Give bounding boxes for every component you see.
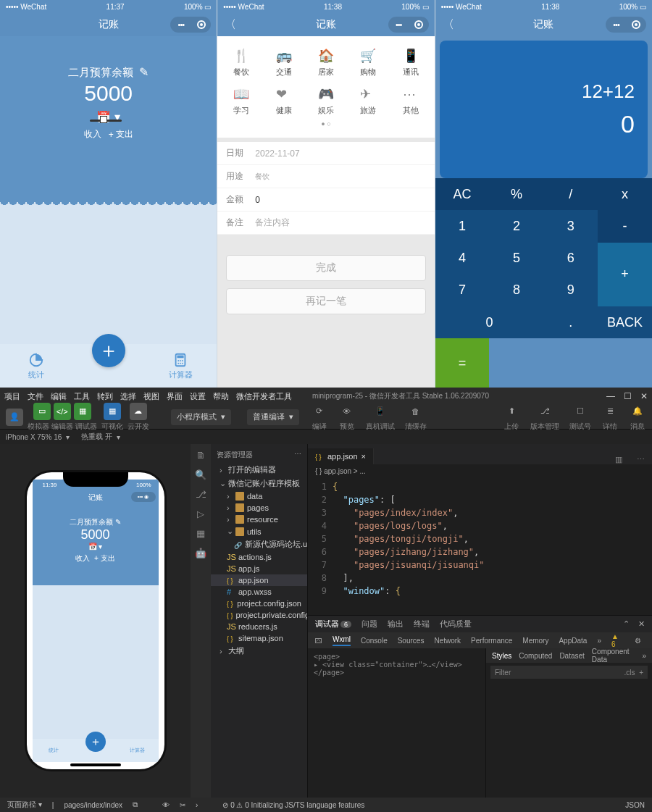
tree-app.wxss[interactable]: app.wxss: [211, 586, 307, 598]
right-详情[interactable]: ≣详情: [601, 403, 619, 432]
eye-icon[interactable]: 👁: [162, 801, 170, 809]
key-6[interactable]: 6: [543, 243, 598, 275]
compile-dropdown[interactable]: 普通编译▾: [247, 409, 299, 425]
close-window-icon[interactable]: ✕: [640, 391, 648, 401]
category-旅游[interactable]: ✈旅游: [347, 82, 389, 120]
dbg-tab-sources[interactable]: Sources: [398, 637, 425, 645]
simulator-button[interactable]: ▭: [33, 403, 51, 420]
action-预览[interactable]: 👁预览: [338, 403, 356, 432]
category-其他[interactable]: ⋯其他: [389, 82, 431, 120]
menu-选择[interactable]: 选择: [120, 392, 136, 401]
action-真机调试[interactable]: 📱真机调试: [366, 403, 395, 432]
tree-project.private.config.js...[interactable]: project.private.config.js...: [211, 609, 307, 621]
maximize-icon[interactable]: ☐: [624, 391, 632, 401]
menu-设置[interactable]: 设置: [190, 392, 206, 401]
visual-button[interactable]: ▦: [104, 403, 121, 420]
split-icon[interactable]: ▥: [608, 455, 630, 464]
right-测试号[interactable]: ☐测试号: [569, 403, 591, 432]
menu-界面[interactable]: 界面: [167, 392, 183, 401]
styles-tab[interactable]: Styles: [492, 652, 511, 660]
key-+[interactable]: +: [598, 243, 652, 307]
key-0[interactable]: 0: [435, 306, 544, 338]
section-open-editors[interactable]: ›打开的编辑器: [211, 463, 307, 477]
key-BACK[interactable]: BACK: [598, 306, 652, 338]
explorer-icon[interactable]: 🗎: [196, 450, 206, 461]
cloud-button[interactable]: ☁: [130, 403, 147, 420]
menu-帮助[interactable]: 帮助: [213, 392, 229, 401]
dbg-tab-appdata[interactable]: AppData: [559, 637, 587, 645]
key-5[interactable]: 5: [489, 243, 543, 275]
panel-tab-problems[interactable]: 问题: [361, 619, 377, 629]
tab-app-json[interactable]: app.json×: [308, 448, 374, 464]
run-icon[interactable]: ▷: [197, 508, 204, 519]
computed-tab[interactable]: Computed: [519, 652, 552, 660]
gear-icon[interactable]: ⚙: [635, 637, 641, 645]
amount-row[interactable]: 金额0: [217, 188, 434, 212]
inspect-icon[interactable]: ⮹: [315, 637, 322, 645]
close-icon[interactable]: [632, 20, 640, 29]
note-row[interactable]: 备注备注内容: [217, 212, 434, 235]
tab-stats[interactable]: 统计: [0, 352, 72, 380]
key-8[interactable]: 8: [489, 275, 543, 306]
right-版本管理[interactable]: ⎇版本管理: [530, 403, 559, 432]
copy-icon[interactable]: ⧉: [133, 800, 138, 809]
section-project[interactable]: ⌄微信记账小程序模板: [211, 477, 307, 490]
back-icon[interactable]: 〈: [225, 17, 236, 33]
category-通讯[interactable]: 📱通讯: [389, 43, 431, 82]
dbg-tab-performance[interactable]: Performance: [471, 637, 512, 645]
key-/[interactable]: /: [543, 178, 598, 210]
menu-微信开发者工具[interactable]: 微信开发者工具: [236, 392, 292, 401]
date-row[interactable]: 日期2022-11-07: [217, 142, 434, 165]
styles-filter[interactable]: Filter.cls +: [490, 666, 648, 679]
tab-calculator[interactable]: 计算器: [145, 352, 217, 380]
panel-close-icon[interactable]: ✕: [638, 619, 645, 629]
tree-sitemap.json[interactable]: sitemap.json: [211, 632, 307, 644]
action-清缓存[interactable]: 🗑清缓存: [405, 403, 427, 432]
category-居家[interactable]: 🏠居家: [305, 43, 347, 82]
tree-reducers.js[interactable]: JSreducers.js: [211, 621, 307, 632]
mode-dropdown[interactable]: 小程序模式▾: [171, 409, 231, 425]
robot-icon[interactable]: 🤖: [195, 548, 206, 558]
menu-工具[interactable]: 工具: [74, 392, 90, 401]
right-消息[interactable]: 🔔消息: [629, 403, 646, 432]
wxml-tree[interactable]: <page>▸ <view class="container">…</view>…: [308, 648, 485, 798]
income-expense-toggle[interactable]: 收入 +支出: [84, 128, 133, 141]
scm-icon[interactable]: ⎇: [196, 489, 206, 500]
menu-转到[interactable]: 转到: [97, 392, 113, 401]
action-编译[interactable]: ⟳编译: [311, 403, 328, 432]
code-area[interactable]: 123456789 { "pages": [ "pages/index/inde…: [308, 477, 652, 615]
menu-项目[interactable]: 项目: [4, 392, 20, 401]
dbg-tab-memory[interactable]: Memory: [522, 637, 548, 645]
back-icon[interactable]: 〈: [443, 17, 454, 33]
close-icon[interactable]: [197, 20, 206, 29]
dbg-tab-wxml[interactable]: Wxml: [333, 635, 351, 646]
key-9[interactable]: 9: [543, 275, 598, 306]
close-tab-icon[interactable]: ×: [361, 452, 366, 461]
tree-pages[interactable]: ›pages: [211, 502, 307, 514]
dbg-tab-more[interactable]: »: [597, 637, 601, 645]
avatar-button[interactable]: 👤: [6, 409, 23, 426]
debugger-button[interactable]: ▦: [74, 403, 91, 420]
key-%[interactable]: %: [489, 178, 543, 210]
tree-actions.js[interactable]: JSactions.js: [211, 551, 307, 563]
tree-resource[interactable]: ›resource: [211, 514, 307, 525]
dbg-tab-console[interactable]: Console: [361, 637, 388, 645]
key-x[interactable]: x: [598, 178, 652, 210]
dbg-warnings[interactable]: ▲ 6: [611, 632, 619, 648]
again-button[interactable]: 再记一笔: [226, 288, 425, 314]
key-7[interactable]: 7: [435, 275, 490, 306]
menu-icon[interactable]: [176, 20, 186, 30]
editor-button[interactable]: </>: [54, 403, 71, 420]
language-mode[interactable]: JSON: [625, 801, 645, 809]
category-娱乐[interactable]: 🎮娱乐: [305, 82, 347, 120]
done-button[interactable]: 完成: [226, 255, 425, 281]
panel-tab-quality[interactable]: 代码质量: [440, 619, 472, 629]
key-4[interactable]: 4: [435, 243, 490, 275]
panel-tab-output[interactable]: 输出: [388, 619, 404, 629]
device-dropdown[interactable]: iPhone X 75% 16: [6, 433, 62, 441]
right-上传[interactable]: ⬆上传: [503, 403, 520, 432]
edit-icon[interactable]: ✎: [139, 66, 149, 78]
menu-文件[interactable]: 文件: [28, 392, 43, 401]
key-AC[interactable]: AC: [435, 178, 490, 210]
menu-视图[interactable]: 视图: [143, 392, 159, 401]
